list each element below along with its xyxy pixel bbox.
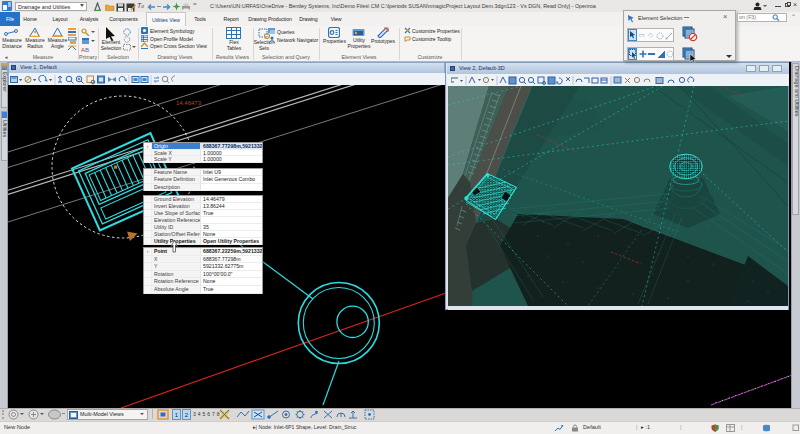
svg-text:B: B	[85, 47, 89, 53]
svg-text:14.46473: 14.46473	[176, 100, 202, 106]
